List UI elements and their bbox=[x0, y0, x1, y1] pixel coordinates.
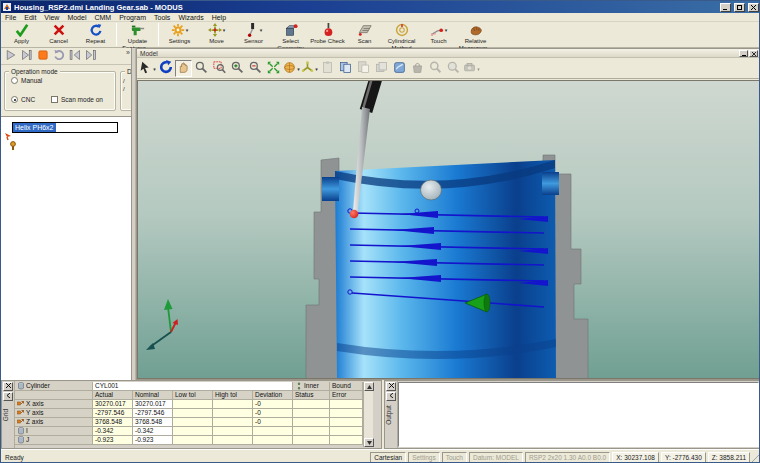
grid-close-button[interactable] bbox=[3, 382, 13, 391]
model-minimize-button[interactable] bbox=[739, 50, 748, 57]
skip-back-button[interactable] bbox=[67, 49, 82, 63]
menu-item-model[interactable]: Model bbox=[63, 13, 90, 22]
probe-check-button[interactable]: Probe Check bbox=[309, 22, 346, 47]
value-cell-error[interactable] bbox=[330, 418, 363, 427]
manual-radio[interactable]: Manual bbox=[11, 77, 42, 84]
layers-button[interactable] bbox=[373, 60, 390, 77]
zoom-out-button[interactable] bbox=[247, 60, 264, 77]
value-cell-actual[interactable]: -2797.546 bbox=[93, 409, 133, 418]
rotate-button[interactable] bbox=[157, 60, 174, 77]
snapshot-button[interactable]: ▾ bbox=[463, 60, 480, 77]
value-cell-actual[interactable]: 3768.548 bbox=[93, 418, 133, 427]
value-cell-high-tol[interactable] bbox=[213, 427, 253, 436]
fit-view-button[interactable] bbox=[265, 60, 282, 77]
output-collapse-button[interactable] bbox=[386, 392, 396, 401]
minimize-button[interactable] bbox=[720, 3, 731, 12]
menu-item-file[interactable]: File bbox=[1, 13, 20, 22]
scan-button[interactable]: Scan bbox=[346, 22, 383, 47]
clipboard-button[interactable] bbox=[319, 60, 336, 77]
bound-cell[interactable]: Bound bbox=[330, 382, 363, 391]
sensor-button[interactable]: ▾Sensor bbox=[235, 22, 272, 47]
maximize-button[interactable] bbox=[734, 3, 745, 12]
value-cell-deviation[interactable] bbox=[253, 427, 293, 436]
pan-hand-button[interactable] bbox=[175, 60, 192, 77]
value-cell-deviation[interactable] bbox=[253, 436, 293, 445]
inner-cell[interactable]: Inner bbox=[293, 382, 330, 391]
tripod-button[interactable]: ▾ bbox=[301, 60, 318, 77]
value-cell-deviation[interactable]: -0 bbox=[253, 418, 293, 427]
value-cell-actual[interactable]: -0.923 bbox=[93, 436, 133, 445]
menu-item-tools[interactable]: Tools bbox=[150, 13, 174, 22]
scroll-up-button[interactable] bbox=[364, 382, 374, 391]
grid-collapse-button[interactable] bbox=[3, 392, 13, 401]
magnifier-b-button[interactable] bbox=[445, 60, 462, 77]
feature-name-cell[interactable]: CYL001 bbox=[93, 382, 293, 391]
value-cell-status[interactable] bbox=[293, 436, 330, 445]
shaded-view-button[interactable] bbox=[391, 60, 408, 77]
magnifier-a-button[interactable] bbox=[427, 60, 444, 77]
grid-scrollbar[interactable] bbox=[363, 382, 373, 447]
value-cell-status[interactable] bbox=[293, 427, 330, 436]
value-cell-nominal[interactable]: 30270.017 bbox=[133, 400, 173, 409]
value-cell-nominal[interactable]: -0.342 bbox=[133, 427, 173, 436]
value-cell-high-tol[interactable] bbox=[213, 409, 253, 418]
value-cell-deviation[interactable]: -0 bbox=[253, 400, 293, 409]
tree-item-helix[interactable]: Helix PH6x2 bbox=[12, 122, 118, 133]
toolbar-overflow-chevron[interactable]: » bbox=[126, 49, 130, 56]
value-cell-low-tol[interactable] bbox=[173, 436, 213, 445]
output-close-button[interactable] bbox=[386, 382, 396, 391]
close-button[interactable] bbox=[748, 3, 759, 12]
view-sphere-button[interactable]: ▾ bbox=[283, 60, 300, 77]
value-cell-error[interactable] bbox=[330, 427, 363, 436]
cancel-button[interactable]: Cancel bbox=[40, 22, 77, 47]
scroll-down-button[interactable] bbox=[364, 438, 374, 447]
value-cell-nominal[interactable]: -0.923 bbox=[133, 436, 173, 445]
stop-button[interactable] bbox=[35, 49, 50, 63]
value-cell-status[interactable] bbox=[293, 400, 330, 409]
apply-button[interactable]: Apply bbox=[3, 22, 40, 47]
value-cell-low-tol[interactable] bbox=[173, 427, 213, 436]
touch-button[interactable]: ▾Touch bbox=[420, 22, 457, 47]
menu-item-edit[interactable]: Edit bbox=[20, 13, 40, 22]
value-cell-low-tol[interactable] bbox=[173, 400, 213, 409]
output-tab-label[interactable]: Output bbox=[385, 405, 398, 425]
paste-button[interactable] bbox=[355, 60, 372, 77]
menu-item-program[interactable]: Program bbox=[115, 13, 150, 22]
value-cell-high-tol[interactable] bbox=[213, 418, 253, 427]
menu-item-help[interactable]: Help bbox=[208, 13, 230, 22]
value-cell-low-tol[interactable] bbox=[173, 409, 213, 418]
model-viewport-3d[interactable] bbox=[137, 80, 760, 379]
cylindrical-method-button[interactable]: Cylindrical Method bbox=[383, 22, 420, 47]
select-geometry-button[interactable]: Select Geometry bbox=[272, 22, 309, 47]
value-cell-high-tol[interactable] bbox=[213, 400, 253, 409]
zoom-window-button[interactable] bbox=[211, 60, 228, 77]
model-close-button[interactable] bbox=[749, 50, 758, 57]
menu-item-view[interactable]: View bbox=[40, 13, 63, 22]
value-cell-error[interactable] bbox=[330, 400, 363, 409]
settings-button[interactable]: ▾Settings bbox=[161, 22, 198, 47]
move-button[interactable]: ▾Move bbox=[198, 22, 235, 47]
cnc-radio[interactable]: CNC bbox=[11, 96, 35, 103]
skip-forward-button[interactable] bbox=[83, 49, 98, 63]
copy-button[interactable] bbox=[337, 60, 354, 77]
value-cell-actual[interactable]: -0.342 bbox=[93, 427, 133, 436]
repeat-button[interactable]: Repeat bbox=[77, 22, 114, 47]
value-cell-high-tol[interactable] bbox=[213, 436, 253, 445]
value-cell-low-tol[interactable] bbox=[173, 418, 213, 427]
value-cell-nominal[interactable]: -2797.546 bbox=[133, 409, 173, 418]
update-features-button[interactable]: Update Features ... bbox=[119, 22, 156, 47]
zoom-in-button[interactable] bbox=[229, 60, 246, 77]
value-cell-error[interactable] bbox=[330, 409, 363, 418]
value-cell-error[interactable] bbox=[330, 436, 363, 445]
replay-button[interactable] bbox=[51, 49, 66, 63]
play-button[interactable] bbox=[3, 49, 18, 63]
grid-tab-label[interactable]: Grid bbox=[2, 408, 15, 420]
resize-grip[interactable] bbox=[752, 452, 760, 463]
select-arrow-button[interactable]: ▾ bbox=[139, 60, 156, 77]
value-cell-status[interactable] bbox=[293, 418, 330, 427]
value-cell-nominal[interactable]: 3768.548 bbox=[133, 418, 173, 427]
menu-item-cmm[interactable]: CMM bbox=[90, 13, 115, 22]
relative-measurem-button[interactable]: Relative Measurem... bbox=[457, 22, 494, 47]
value-cell-deviation[interactable]: -0 bbox=[253, 409, 293, 418]
play-to-end-button[interactable] bbox=[19, 49, 34, 63]
